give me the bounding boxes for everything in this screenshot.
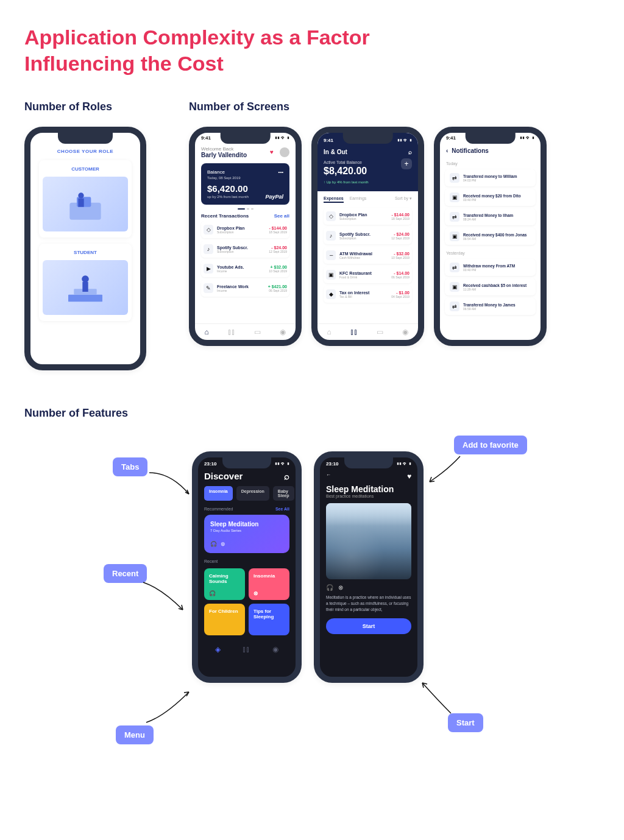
notification-item[interactable]: ⇄ Transfered money to William04:03 PM — [445, 169, 536, 186]
transaction-item[interactable]: ♪ Spotify Subscr.Subscription - $24.0012… — [324, 227, 412, 244]
transaction-item[interactable]: ◇ Dropbox PlanSubscription - $144.0018 S… — [324, 208, 412, 225]
transaction-icon: ♪ — [326, 231, 336, 241]
recommended-card[interactable]: Sleep Meditation 7 Day Audio Series 🎧⊗ — [204, 515, 289, 553]
role-student[interactable]: STUDENT — [39, 244, 132, 321]
search-icon[interactable]: ⌕ — [284, 471, 289, 481]
transaction-icon: ▣ — [326, 270, 336, 280]
tab-stats-icon[interactable]: ⫿⫿ — [350, 328, 358, 336]
customer-illustration — [43, 177, 128, 231]
back-icon[interactable]: ‹ — [446, 147, 448, 154]
phone-inout: 9:41 ▮▮ ᯤ ▮ In & Out ⌕ Active Total Bala… — [311, 127, 424, 346]
tab-card-icon[interactable]: ▭ — [254, 328, 261, 336]
student-illustration — [43, 260, 128, 315]
notification-item[interactable]: ⇄ Transfered Money to James06:59 AM — [445, 298, 536, 315]
balance-card[interactable]: Balance ••• Today, 08 Sept 2019 $6,420.0… — [201, 163, 289, 205]
tab-bar: ⌂ ⫿⫿ ▭ ◉ — [317, 323, 418, 340]
tab-profile-icon[interactable]: ◉ — [402, 328, 408, 336]
card-subtitle: 7 Day Audio Series — [210, 529, 283, 532]
user-name: Barly Vallendito — [201, 152, 247, 158]
tile-insomnia[interactable]: Insomnia⊗ — [249, 568, 289, 600]
tab-card-icon[interactable]: ▭ — [377, 328, 383, 336]
tile-tips[interactable]: Tips for Sleeping — [249, 604, 289, 635]
nav-compass-icon[interactable]: ◈ — [215, 645, 221, 654]
transaction-icon: ◇ — [204, 225, 213, 235]
status-time: 9:41 — [324, 138, 333, 143]
bell-icon[interactable]: ♥ — [270, 149, 277, 156]
transaction-icon: ⎼ — [326, 250, 336, 260]
chip-babysleep[interactable]: Baby Sleep — [273, 486, 294, 501]
notification-item[interactable]: ▣ Received money $400 from Jonas06:54 AM — [445, 228, 536, 245]
tab-profile-icon[interactable]: ◉ — [280, 328, 286, 336]
svg-rect-4 — [68, 295, 102, 302]
active-balance-label: Active Total Balance — [324, 160, 412, 164]
status-time: 23:10 — [204, 461, 216, 467]
transaction-item[interactable]: ◆ Tax on InterestTax & Bill - $1.0004 Se… — [324, 286, 412, 303]
detail-image — [326, 503, 411, 579]
transaction-icon: ▶ — [204, 264, 213, 274]
phone-discover: 23:10 ▮▮ ᯤ ▮ Discover ⌕ Insomnia Depress… — [192, 451, 302, 683]
avatar-icon[interactable] — [280, 147, 289, 157]
notification-icon: ⇄ — [450, 263, 459, 272]
status-icons: ▮▮ ᯤ ▮ — [275, 461, 289, 467]
status-time: 9:41 — [446, 135, 456, 141]
card-menu-icon[interactable]: ••• — [278, 169, 283, 175]
svg-rect-3 — [78, 199, 83, 207]
chip-insomnia[interactable]: Insomnia — [204, 486, 233, 501]
phone-notifications: 9:41 ▮▮ ᯤ ▮ ‹ Notifications Today ⇄ Tran… — [434, 127, 547, 346]
see-all-link[interactable]: See all — [274, 213, 289, 219]
notification-icon: ⇄ — [450, 173, 459, 183]
tab-earnings[interactable]: Earnings — [350, 196, 367, 203]
detail-description: Meditation is a practice where an indivi… — [326, 595, 411, 612]
svg-point-6 — [82, 275, 89, 283]
transaction-icon: ◇ — [326, 211, 336, 221]
chip-depression[interactable]: Depression — [236, 486, 269, 501]
transaction-item[interactable]: ✎ Freelance WorkIncome + $421.0006 Sept … — [201, 280, 289, 297]
balance-amount: $6,420.00 — [207, 183, 283, 194]
sort-dropdown[interactable]: Sort by ▾ — [395, 196, 412, 203]
search-icon[interactable]: ⌕ — [408, 149, 412, 155]
favorite-icon[interactable]: ♥ — [407, 472, 411, 481]
notification-item[interactable]: ▣ Received money $20 from Dito03:40 PM — [445, 189, 536, 206]
target-icon: ⊗ — [221, 541, 225, 547]
tab-expenses[interactable]: Expenses — [324, 196, 344, 203]
tab-stats-icon[interactable]: ⫿⫿ — [228, 328, 235, 336]
notification-item[interactable]: ⇄ Withdraw money From ATM03:40 PM — [445, 259, 536, 276]
inout-title: In & Out — [324, 149, 347, 155]
transaction-item[interactable]: ▣ KFC RestaurantFood & Drink - $14.0006 … — [324, 266, 412, 283]
tab-home-icon[interactable]: ⌂ — [205, 328, 209, 336]
arrow-menu — [140, 686, 195, 729]
tile-calming[interactable]: Calming Sounds🎧 — [204, 568, 245, 600]
svg-rect-7 — [82, 282, 88, 292]
start-button[interactable]: Start — [326, 618, 411, 634]
back-icon[interactable]: ← — [326, 472, 331, 481]
target-icon: ⊗ — [338, 584, 343, 591]
notification-icon: ▣ — [450, 231, 459, 241]
arrow-favorite — [424, 451, 466, 488]
notification-item[interactable]: ⇄ Transfered Money to Ilham08:24 AM — [445, 208, 536, 225]
tab-home-icon[interactable]: ⌂ — [327, 328, 332, 336]
callout-tabs: Tabs — [113, 457, 147, 476]
svg-point-2 — [78, 192, 83, 198]
transactions-heading: Recent Transactions — [201, 213, 249, 219]
section-roles-title: Number of Roles — [24, 101, 165, 113]
transaction-item[interactable]: ◇ Dropbox PlanSubscription - $144.0018 S… — [201, 221, 289, 238]
transaction-item[interactable]: ♪ Spotify Subscr.Subscription - $24.0012… — [201, 241, 289, 258]
notification-item[interactable]: ▣ Received cashback $5 on interest11:29 … — [445, 278, 536, 295]
tile-children[interactable]: For Children — [204, 604, 245, 635]
transaction-item[interactable]: ▶ Youtube Ads.Income + $32.0010 Sept 201… — [201, 260, 289, 277]
nav-stats-icon[interactable]: ⫿⫿ — [243, 645, 250, 654]
see-all-link[interactable]: See All — [275, 507, 289, 511]
headphones-icon: 🎧 — [326, 584, 333, 591]
transaction-item[interactable]: ⎼ ATM WithdrawalCash Withdraw - $32.0010… — [324, 247, 412, 264]
role-customer[interactable]: CUSTOMER — [39, 160, 132, 238]
section-features-title: Number of Features — [24, 407, 600, 420]
arrow-recent — [140, 576, 189, 619]
phone-balance: 9:41 ▮▮ ᯤ ▮ Welcome Back Barly Vallendit… — [189, 127, 302, 346]
balance-date: Today, 08 Sept 2019 — [207, 176, 283, 180]
nav-profile-icon[interactable]: ◉ — [272, 645, 278, 654]
detail-subtitle: Best practice meditations — [326, 494, 411, 498]
tab-bar: ⌂ ⫿⫿ ▭ ◉ — [195, 323, 296, 340]
notification-icon: ▣ — [450, 282, 459, 292]
phone-detail: 23:10 ▮▮ ᯤ ▮ ← ♥ Sleep Meditation Best p… — [314, 451, 424, 683]
notification-icon: ⇄ — [450, 212, 459, 222]
